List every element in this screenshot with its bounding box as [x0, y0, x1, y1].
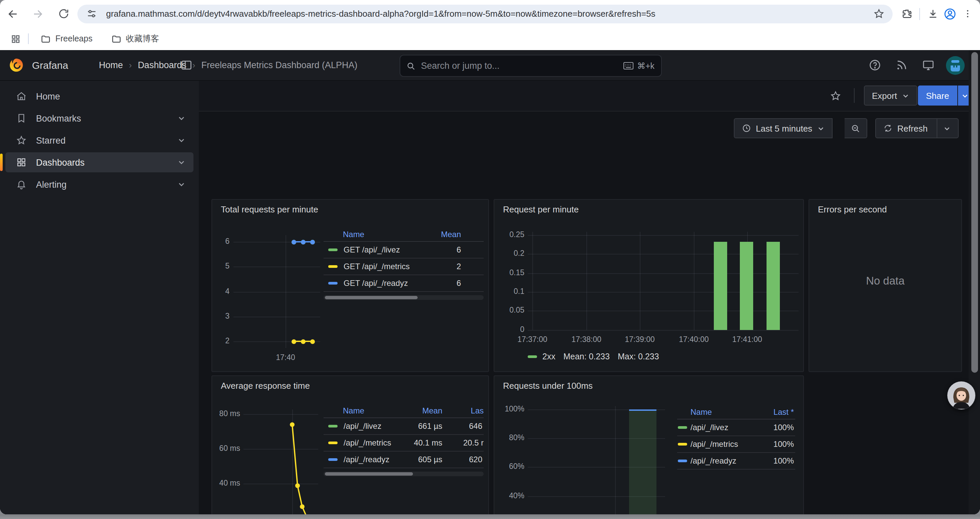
sidebar-item-home[interactable]: Home: [5, 86, 194, 106]
chevron-down-icon[interactable]: [177, 136, 185, 144]
legend-row[interactable]: /api/_/readyz 605 µs 620: [323, 452, 484, 468]
browser-window: grafana.mathmast.com/d/deytv4rwavabkb/fr…: [0, 0, 980, 514]
url-bar[interactable]: grafana.mathmast.com/d/deytv4rwavabkb/fr…: [77, 4, 892, 23]
breadcrumb-home[interactable]: Home: [99, 60, 123, 70]
time-range-picker[interactable]: Last 5 minutes: [734, 118, 832, 138]
y-tick: 0.05: [494, 306, 524, 314]
search-shortcut: ⌘+k: [623, 61, 654, 71]
gridline: [234, 316, 320, 317]
breadcrumb-current: Freeleaps Metrics Dashboard (ALPHA): [201, 60, 357, 70]
refresh-button[interactable]: Refresh: [875, 118, 958, 138]
gridline: [286, 235, 286, 348]
cartoon-girl-avatar-icon: [947, 381, 976, 410]
chevron-down-icon[interactable]: [177, 158, 185, 166]
apps-grid-icon[interactable]: [7, 30, 24, 48]
profile-icon[interactable]: [941, 5, 959, 22]
sidebar-item-bookmarks[interactable]: Bookmarks: [5, 108, 194, 128]
news-rss-icon[interactable]: [895, 59, 908, 72]
bookmark-star-icon[interactable]: [870, 5, 887, 22]
downloads-icon[interactable]: [924, 5, 941, 22]
grafana-logo[interactable]: [9, 57, 24, 73]
back-button[interactable]: [4, 5, 21, 22]
sidebar-item-dashboards[interactable]: Dashboards: [5, 152, 194, 172]
scrollbar-thumb[interactable]: [971, 52, 978, 373]
favorite-star-icon[interactable]: [830, 90, 841, 102]
gridline: [640, 232, 640, 330]
panel-request-per-minute[interactable]: Request per minute 0.25 0.2 0.15 0.1 0.0…: [494, 199, 804, 372]
y-tick: 4: [212, 287, 229, 295]
chevron-down-icon[interactable]: [177, 180, 185, 188]
reload-button[interactable]: [55, 5, 72, 22]
dashboard-titlebar: Export Share: [199, 81, 980, 112]
bookmark-folder-blogs[interactable]: 收藏博客: [106, 30, 164, 47]
dashboard-canvas: Last 5 minutes Refresh Total requests pe…: [199, 112, 980, 514]
floating-assistant-avatar[interactable]: [947, 381, 976, 410]
legend-series-name[interactable]: 2xx: [542, 352, 555, 361]
dock-sidebar-toggle-icon[interactable]: [180, 59, 193, 72]
breadcrumb-dashboards[interactable]: Dashboards: [138, 60, 186, 70]
panel-title[interactable]: Total requests per minute: [221, 204, 318, 214]
legend-col-name[interactable]: Name: [690, 407, 712, 417]
panel-title[interactable]: Errors per second: [818, 204, 887, 214]
legend-scrollbar[interactable]: [323, 471, 484, 476]
dashboards-grid-icon: [16, 157, 27, 168]
series-point: [291, 240, 296, 244]
export-button[interactable]: Export: [864, 86, 917, 105]
sidebar-item-starred[interactable]: Starred: [5, 130, 194, 150]
legend-col-mean[interactable]: Mean: [441, 230, 461, 239]
zoom-out-icon: [851, 123, 861, 133]
panel-total-requests-per-minute[interactable]: Total requests per minute 6 5 4 3 2 17:4…: [212, 199, 489, 372]
x-tick: 17:37:00: [506, 335, 559, 343]
legend-row[interactable]: /api/_/livez 661 µs 646: [323, 418, 484, 435]
help-icon[interactable]: [869, 59, 881, 72]
panel-requests-under-100ms[interactable]: Requests under 100ms 100% 80% 60% 40% 20…: [494, 375, 804, 514]
gridline: [615, 406, 616, 514]
legend-row[interactable]: /api/_/livez 100%: [677, 420, 795, 436]
legend-col-name[interactable]: Name: [343, 230, 364, 239]
legend-header: Name Mean Las: [323, 404, 484, 418]
chevron-down-icon: [902, 92, 909, 99]
legend-row[interactable]: /api/_/readyz 100%: [677, 453, 795, 469]
legend-col-last[interactable]: Las: [471, 406, 484, 415]
share-button[interactable]: Share: [918, 86, 957, 105]
legend-scrollbar[interactable]: [323, 295, 484, 300]
bookmark-folder-freeleaps[interactable]: Freeleaps: [35, 31, 98, 46]
panel-errors-per-second[interactable]: Errors per second No data: [808, 199, 962, 372]
search-input[interactable]: Search or jump to... ⌘+k: [399, 55, 662, 77]
panel-title[interactable]: Request per minute: [503, 204, 579, 214]
sidebar-item-alerting[interactable]: Alerting: [5, 174, 194, 194]
chevron-down-icon[interactable]: [177, 114, 185, 122]
legend[interactable]: 2xx Mean: 0.233 Max: 0.233: [528, 352, 659, 361]
legend-row[interactable]: GET /api/_/metrics 2: [323, 259, 484, 275]
legend-row[interactable]: /api/_/metrics 100%: [677, 436, 795, 453]
zoom-out-time-button[interactable]: [845, 118, 867, 138]
panel-title[interactable]: Requests under 100ms: [503, 381, 593, 391]
keyboard-icon: [623, 61, 634, 70]
x-tick: 17:39:00: [613, 335, 667, 343]
legend-row[interactable]: GET /api/_/readyz 6: [323, 275, 484, 292]
site-settings-icon[interactable]: [83, 5, 100, 22]
extensions-icon[interactable]: [898, 5, 915, 22]
y-tick: 100%: [494, 405, 524, 413]
legend-table: Name Mean GET /api/_/livez 6 GET /api/_/…: [323, 228, 484, 300]
chevron-down-icon: [817, 125, 824, 132]
legend-col-last[interactable]: Last *: [773, 407, 794, 417]
menu-kebab-icon[interactable]: [959, 5, 976, 22]
gridline: [528, 273, 799, 274]
forward-button[interactable]: [29, 5, 47, 22]
legend-col-name[interactable]: Name: [343, 406, 364, 415]
user-avatar[interactable]: [946, 56, 965, 75]
desktop-strip: [0, 514, 980, 519]
y-tick: 80%: [494, 433, 524, 442]
series-point: [291, 339, 296, 344]
chevron-down-icon[interactable]: [943, 125, 950, 132]
page-scrollbar[interactable]: [969, 50, 980, 514]
refresh-icon: [883, 124, 892, 133]
legend-row[interactable]: /api/_/metrics 40.1 ms 20.5 r: [323, 435, 484, 452]
legend-row[interactable]: GET /api/_/livez 6: [323, 242, 484, 259]
legend-col-mean[interactable]: Mean: [422, 406, 442, 415]
gridline: [586, 232, 587, 330]
panel-average-response-time[interactable]: Average response time 80 ms 60 ms 40 ms …: [212, 375, 489, 514]
titlebar-divider: [854, 88, 854, 103]
monitor-kiosk-icon[interactable]: [922, 59, 935, 72]
